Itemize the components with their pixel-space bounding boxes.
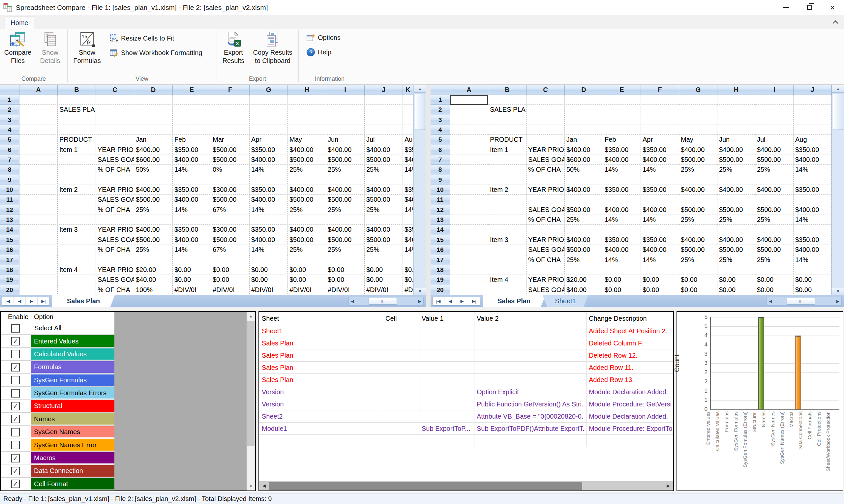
cell-A4[interactable]: [19, 125, 58, 135]
cell-F1[interactable]: [211, 95, 250, 105]
row-header-17[interactable]: 17: [431, 255, 450, 265]
cell-K19[interactable]: $0.00: [403, 275, 413, 285]
cell-C17[interactable]: % OF CHA: [526, 255, 565, 265]
cell-A16[interactable]: [450, 245, 488, 255]
cell-B15[interactable]: Item 3: [488, 235, 526, 245]
cell-J2[interactable]: [793, 105, 831, 115]
cell-J15[interactable]: $500.00: [365, 235, 403, 245]
cell-D11[interactable]: $500.00: [134, 195, 173, 205]
cell-K2[interactable]: [403, 105, 413, 115]
cell-F6[interactable]: $500.00: [211, 145, 250, 155]
row-header-3[interactable]: 3: [431, 115, 450, 125]
result-row[interactable]: Sheet2Attribute VB_Base = "0{00020820-0.…: [259, 410, 673, 422]
cell-K11[interactable]: $400.00: [403, 195, 413, 205]
cell-G8[interactable]: 14%: [250, 165, 288, 175]
cell-E1[interactable]: [603, 95, 641, 105]
cell-I18[interactable]: [755, 265, 793, 275]
cell-K8[interactable]: 14%: [403, 165, 413, 175]
row-header-20[interactable]: 20: [431, 285, 450, 295]
cell-C13[interactable]: [96, 215, 134, 225]
cell-E19[interactable]: $0.00: [603, 275, 641, 285]
cell-D19[interactable]: $40.00: [134, 275, 173, 285]
cell-B11[interactable]: [58, 195, 96, 205]
cell-B15[interactable]: [58, 235, 96, 245]
row-header-19[interactable]: 19: [431, 275, 450, 285]
cell-F3[interactable]: [211, 115, 250, 125]
cell-F10[interactable]: $300.00: [211, 185, 250, 195]
sheet-tab-sheet1[interactable]: Sheet1: [543, 295, 588, 307]
cell-I20[interactable]: $0.00: [755, 285, 793, 295]
cell-I19[interactable]: $0.00: [326, 275, 365, 285]
cell-E6[interactable]: $350.00: [603, 145, 641, 155]
cell-A20[interactable]: [19, 285, 58, 295]
results-header-sheet[interactable]: Sheet: [262, 312, 279, 325]
row-header-18[interactable]: 18: [0, 265, 19, 275]
cell-F13[interactable]: [211, 215, 250, 225]
sheet-tab-sales-plan[interactable]: Sales Plan: [483, 295, 545, 307]
row-header-16[interactable]: 16: [0, 245, 19, 255]
cell-H8[interactable]: 25%: [288, 165, 326, 175]
row-header-16[interactable]: 16: [431, 245, 450, 255]
cell-D9[interactable]: [134, 175, 173, 185]
cell-B20[interactable]: [58, 285, 96, 295]
cell-H19[interactable]: $0.00: [717, 275, 755, 285]
cell-A1[interactable]: [19, 95, 58, 105]
cell-F9[interactable]: [641, 175, 679, 185]
scroll-right-icon[interactable]: ▶: [834, 297, 841, 305]
scroll-right-icon[interactable]: ▶: [416, 297, 423, 305]
row-header-20[interactable]: 20: [0, 285, 19, 295]
cell-K20[interactable]: #DIV/0!: [403, 285, 413, 295]
cell-B19[interactable]: Item 4: [488, 275, 526, 285]
results-header-value1[interactable]: Value 1: [422, 312, 444, 325]
cell-I1[interactable]: [755, 95, 793, 105]
cell-G17[interactable]: 25%: [679, 255, 717, 265]
cell-H2[interactable]: [288, 105, 326, 115]
ribbon-collapse-button[interactable]: [829, 18, 839, 26]
cell-A9[interactable]: [450, 175, 488, 185]
cell-I11[interactable]: [755, 195, 793, 205]
row-header-2[interactable]: 2: [0, 105, 19, 115]
cell-I5[interactable]: Jul: [755, 135, 793, 145]
result-row[interactable]: Module1Sub ExportToP...Sub ExportToPDF()…: [259, 422, 673, 435]
cell-I4[interactable]: [326, 125, 365, 135]
last-sheet-icon[interactable]: ▶|: [468, 297, 480, 305]
cell-K12[interactable]: 14%: [403, 205, 413, 215]
cell-J4[interactable]: [365, 125, 403, 135]
cell-K3[interactable]: [403, 115, 413, 125]
cell-D6[interactable]: $400.00: [134, 145, 173, 155]
cell-F8[interactable]: 14%: [641, 165, 679, 175]
row-header-18[interactable]: 18: [431, 265, 450, 275]
cell-B8[interactable]: [488, 165, 526, 175]
cell-H14[interactable]: $400.00: [288, 225, 326, 235]
cell-E5[interactable]: Feb: [173, 135, 211, 145]
cell-G13[interactable]: [250, 215, 288, 225]
cell-K17[interactable]: [403, 255, 413, 265]
cell-C20[interactable]: SALES GOA: [526, 285, 565, 295]
tab-bar-horizontal-scrollbar[interactable]: ◀|||▶: [767, 297, 842, 306]
resize-cells-button[interactable]: Resize Cells to Fit: [109, 33, 174, 43]
results-header-description[interactable]: Change Description: [589, 312, 647, 325]
cell-I19[interactable]: $0.00: [755, 275, 793, 285]
cell-J7[interactable]: $500.00: [365, 155, 403, 165]
column-header-C[interactable]: C: [96, 85, 134, 95]
cell-I2[interactable]: [326, 105, 365, 115]
cell-A14[interactable]: [450, 225, 488, 235]
cell-F18[interactable]: [641, 265, 679, 275]
cell-D12[interactable]: $500.00: [565, 205, 603, 215]
workbook-formatting-button[interactable]: Show Workbook Formatting: [109, 48, 202, 58]
cell-E19[interactable]: $0.00: [173, 275, 211, 285]
row-header-3[interactable]: 3: [0, 115, 19, 125]
result-row[interactable]: VersionOption ExplicitModule Declaration…: [259, 386, 673, 398]
cell-I12[interactable]: 25%: [326, 205, 365, 215]
cell-D14[interactable]: [565, 225, 603, 235]
column-header-B[interactable]: B: [488, 85, 526, 95]
cell-G13[interactable]: 25%: [679, 215, 717, 225]
cell-A4[interactable]: [450, 125, 488, 135]
cell-A9[interactable]: [19, 175, 58, 185]
cell-A2[interactable]: [450, 105, 488, 115]
row-header-9[interactable]: 9: [431, 175, 450, 185]
cell-E2[interactable]: [173, 105, 211, 115]
cell-J9[interactable]: [365, 175, 403, 185]
cell-G18[interactable]: $0.00: [250, 265, 288, 275]
cell-G5[interactable]: May: [679, 135, 717, 145]
